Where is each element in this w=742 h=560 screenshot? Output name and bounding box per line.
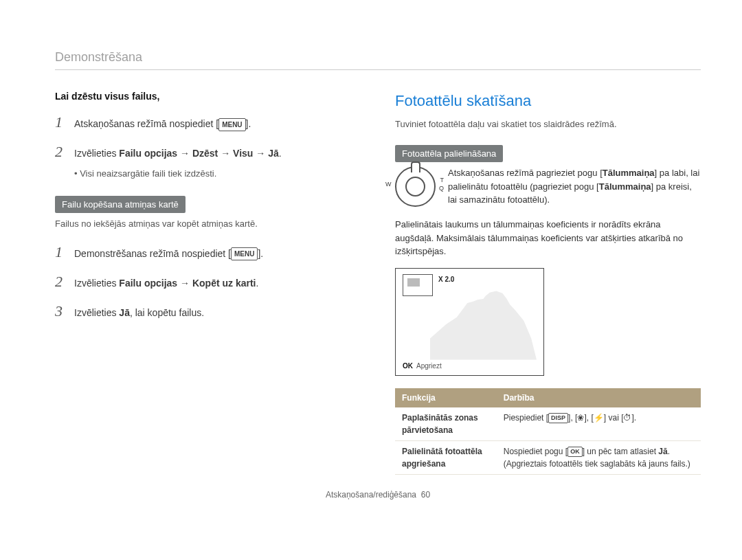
table-row: Paplašinātās zonas pārvietošana Piespied…	[395, 407, 701, 441]
macro-icon: ❀	[577, 413, 584, 423]
cstep3-prefix: Izvēlieties	[74, 307, 119, 318]
zoom-preview-illustration: X 2.0 OKApgriezt	[395, 268, 544, 376]
cstep3-bold: Jā	[119, 307, 130, 318]
step-text: Atskaņošanas režīmā nospiediet [MENU].	[74, 117, 361, 131]
menu-button-icon: MENU	[231, 247, 258, 260]
step-number: 3	[55, 300, 67, 322]
page-footer: Atskaņošana/rediģēšana 60	[55, 489, 701, 501]
step2-prefix: Izvēlieties	[74, 148, 119, 159]
th-action: Darbība	[497, 388, 701, 407]
th-function: Funkcija	[395, 388, 497, 407]
pill-copy-heading: Failu kopēšana atmiņas kartē	[55, 196, 186, 214]
r1-a: Piespiediet [	[504, 413, 548, 423]
table-row: Palielinātā fotoattēla apgriešana Nospie…	[395, 440, 701, 474]
copy-step-1: 1 Demonstrēšanas režīmā nospiediet [MENU…	[55, 240, 361, 263]
right-intro: Tuviniet fotoattēla daļu vai skatiet tos…	[395, 117, 701, 131]
step-number: 1	[55, 240, 67, 263]
page-section-header: Demonstrēšana	[55, 48, 701, 70]
menu-button-icon: MENU	[218, 118, 245, 131]
r2-action: Nospiediet pogu [OK] un pēc tam atlasiet…	[497, 440, 701, 474]
zoom-instruction-text: Atskaņošanas režīmā pagrieziet pogu [Tāl…	[448, 166, 701, 207]
delete-step-2-note: Visi neaizsargātie faili tiek izdzēsti.	[74, 167, 361, 181]
step-text: Izvēlieties Failu opcijas → Kopēt uz kar…	[74, 276, 361, 291]
cstep1-text-b: ].	[258, 248, 263, 259]
ok-icon: OK	[403, 362, 413, 370]
right-section-title: Fotoattēlu skatīšana	[395, 89, 701, 112]
table-header-row: Funkcija Darbība	[395, 388, 701, 407]
zoom-footer-hint: OKApgriezt	[403, 361, 442, 371]
step1-text-a: Atskaņošanas režīmā nospiediet [	[74, 118, 218, 129]
silhouette-icon	[430, 289, 537, 360]
r2-bold: Jā	[658, 447, 667, 456]
page-number: 60	[421, 490, 430, 500]
cstep3-suffix: , lai kopētu failus.	[130, 307, 204, 318]
function-table: Funkcija Darbība Paplašinātās zonas pārv…	[395, 388, 701, 475]
ok-button-icon: OK	[567, 447, 583, 458]
zoom-limit-paragraph: Palielinātais laukums un tālummaiņas koe…	[395, 218, 701, 258]
step-text: Izvēlieties Failu opcijas → Dzēst → Visu…	[74, 146, 361, 161]
zoom-minimap-icon	[403, 274, 433, 296]
delete-step-2: 2 Izvēlieties Failu opcijas → Dzēst → Vi…	[55, 140, 361, 163]
r2-b: ] un pēc tam atlasiet	[583, 447, 659, 456]
cstep2-suffix: .	[256, 278, 259, 289]
zoom-bold1: Tālummaiņa	[603, 168, 655, 178]
copy-step-3: 3 Izvēlieties Jā, lai kopētu failus.	[55, 300, 361, 322]
step-number: 2	[55, 140, 67, 163]
zoom-instruction-row: W T Q Atskaņošanas režīmā pagrieziet pog…	[395, 166, 701, 207]
r1-d: ] vai [	[604, 413, 624, 423]
step-number: 2	[55, 270, 67, 293]
disp-button-icon: DISP	[548, 413, 568, 424]
zoom-dial-icon	[395, 166, 436, 207]
cstep1-text-a: Demonstrēšanas režīmā nospiediet [	[74, 248, 231, 259]
flash-icon: ⚡	[594, 413, 604, 423]
timer-icon: ⏱	[623, 413, 631, 423]
cstep2-path: Failu opcijas → Kopēt uz karti	[119, 278, 256, 289]
copy-note: Failus no iekšējās atmiņas var kopēt atm…	[55, 217, 361, 231]
step1-text-b: ].	[246, 118, 251, 129]
delete-step-1: 1 Atskaņošanas režīmā nospiediet [MENU].	[55, 111, 361, 133]
subhead-delete-all: Lai dzēstu visus failus,	[55, 89, 361, 104]
two-column-layout: Lai dzēstu visus failus, 1 Atskaņošanas …	[55, 89, 701, 475]
r1-c: ], [	[584, 413, 593, 423]
r2-function: Palielinātā fotoattēla apgriešana	[395, 440, 497, 474]
r1-function: Paplašinātās zonas pārvietošana	[395, 407, 497, 441]
r1-action: Piespiediet [DISP], [❀], [⚡] vai [⏱].	[497, 407, 701, 441]
step2-path: Failu opcijas → Dzēst → Visu → Jā	[119, 148, 278, 159]
cstep2-prefix: Izvēlieties	[74, 278, 119, 289]
footer-text: Atskaņošana/rediģēšana	[326, 490, 416, 500]
step-text: Demonstrēšanas režīmā nospiediet [MENU].	[74, 247, 361, 261]
left-column: Lai dzēstu visus failus, 1 Atskaņošanas …	[55, 89, 361, 475]
step-number: 1	[55, 111, 67, 133]
zoom-bold2: Tālummaiņa	[599, 181, 651, 192]
r1-b: ], [	[568, 413, 577, 423]
r1-e: ].	[631, 413, 636, 423]
pill-zoom-heading: Fotoattēla palielināšana	[395, 145, 503, 163]
r2-a: Nospiediet pogu [	[504, 447, 567, 456]
step-text: Izvēlieties Jā, lai kopētu failus.	[74, 306, 361, 320]
zoom-t1: Atskaņošanas režīmā pagrieziet pogu [	[448, 168, 603, 178]
copy-step-2: 2 Izvēlieties Failu opcijas → Kopēt uz k…	[55, 270, 361, 293]
step2-suffix: .	[279, 148, 282, 159]
zoom-footer-text: Apgriezt	[416, 362, 442, 370]
dial-label-q: Q	[439, 184, 444, 194]
zoom-factor-label: X 2.0	[438, 274, 454, 284]
dial-label-w: W	[385, 180, 392, 190]
right-column: Fotoattēlu skatīšana Tuviniet fotoattēla…	[395, 89, 701, 475]
